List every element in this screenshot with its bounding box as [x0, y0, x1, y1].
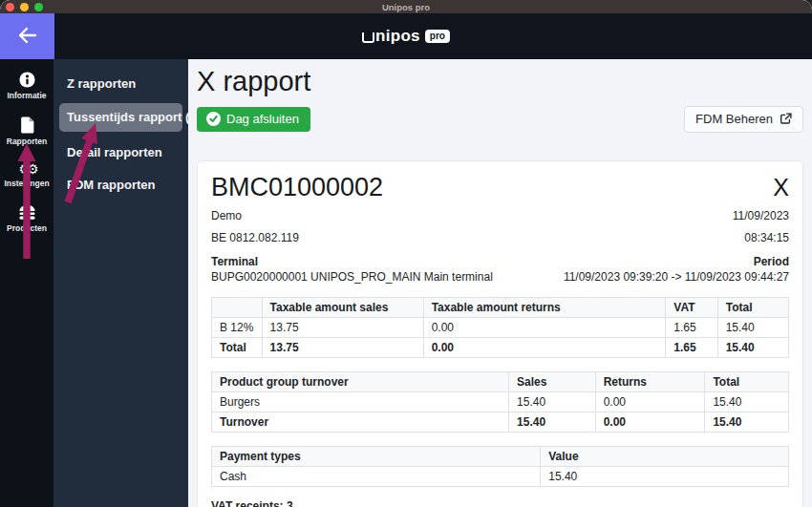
vat-number: BE 0812.082.119 — [211, 231, 299, 244]
titlebar: Unipos pro — [0, 0, 812, 13]
table-cell: 15.40 — [705, 392, 789, 412]
table-cell: 15.40 — [509, 412, 596, 433]
rail-item-rapporten[interactable]: Rapporten — [0, 116, 53, 146]
table-cell: 0.00 — [423, 318, 666, 338]
payment-table: Payment types Value Cash 15.40 — [211, 446, 789, 487]
table-header-cell: Product group turnover — [212, 372, 509, 392]
receipt-stats: VAT receipts: 3 Return receipts: 0 Line … — [211, 499, 789, 507]
table-row: Cash 15.40 — [212, 467, 789, 487]
table-header-cell: Value — [541, 447, 789, 467]
table-cell: B 12% — [212, 318, 263, 338]
report-type-symbol: X — [773, 174, 789, 201]
rail-item-informatie[interactable]: Informatie — [0, 72, 53, 100]
report-time: 08:34:15 — [744, 231, 789, 244]
report-id: BMC01000002 — [211, 173, 383, 202]
burger-icon — [17, 204, 37, 221]
rail-item-label: Informatie — [7, 91, 46, 100]
info-icon — [19, 72, 35, 88]
rail-item-label: Rapporten — [7, 137, 48, 146]
table-cell: Burgers — [212, 392, 509, 412]
table-header-cell: VAT — [666, 298, 717, 318]
table-header-cell: Returns — [595, 372, 705, 392]
table-cell: 15.40 — [717, 318, 788, 338]
rail-item-label: Producten — [7, 223, 47, 233]
turnover-table: Product group turnover Sales Returns Tot… — [211, 371, 789, 433]
document-icon — [20, 116, 34, 134]
reports-submenu: Z rapporten Tussentijds rapport (X) Deta… — [53, 59, 188, 507]
table-cell: 0.00 — [595, 392, 705, 412]
table-cell: 1.65 — [666, 338, 717, 358]
report-card: BMC01000002 X Demo 11/09/2023 BE 0812.08… — [197, 160, 803, 507]
period-label: Period — [754, 255, 789, 268]
arrow-left-icon — [17, 27, 38, 47]
table-header-cell: Taxable amount sales — [262, 298, 423, 318]
table-cell: 1.65 — [666, 318, 717, 338]
table-cell: 15.40 — [717, 338, 788, 358]
table-header-cell: Taxable amount returns — [423, 298, 666, 318]
external-link-icon — [780, 113, 792, 125]
submenu-item-tussentijds-rapport[interactable]: Tussentijds rapport (X) — [59, 103, 182, 132]
main-content: X rapport Dag afsluiten FDM Beheren — [188, 59, 812, 507]
period-value: 11/09/2023 09:39:20 -> 11/09/2023 09:44:… — [564, 270, 789, 284]
stat-line: VAT receipts: 3 — [211, 499, 789, 507]
submenu-item-detail-rapporten[interactable]: Detail rapporten — [59, 139, 182, 166]
close-day-button[interactable]: Dag afsluiten — [197, 107, 310, 132]
submenu-item-z-rapporten[interactable]: Z rapporten — [59, 71, 182, 97]
table-cell: 15.40 — [509, 392, 596, 412]
gears-icon: ⚙⚙ — [18, 162, 34, 176]
table-cell: 0.00 — [595, 412, 705, 433]
app-logo: nipos pro — [0, 27, 812, 46]
table-cell: Cash — [212, 467, 541, 487]
page-title: X rapport — [197, 66, 803, 97]
back-button[interactable] — [0, 13, 54, 59]
table-header-cell: Sales — [509, 372, 596, 392]
company-name: Demo — [211, 209, 242, 222]
app-window: Unipos pro nipos pro Informatie — [0, 0, 812, 507]
submenu-item-fdm-rapporten[interactable]: FDM rapporten — [59, 172, 182, 199]
table-cell: 13.75 — [262, 338, 423, 358]
terminal-label: Terminal — [211, 255, 258, 268]
table-row: Burgers 15.40 0.00 15.40 — [212, 392, 789, 412]
table-cell: 0.00 — [423, 338, 666, 358]
table-cell: 15.40 — [541, 467, 789, 487]
report-date: 11/09/2023 — [733, 209, 789, 222]
table-cell: Total — [212, 338, 263, 358]
table-header-row: Payment types Value — [212, 447, 789, 467]
table-cell: 13.75 — [262, 318, 423, 338]
table-header-cell: Total — [705, 372, 789, 392]
table-total-row: Turnover 15.40 0.00 15.40 — [212, 412, 789, 433]
rail-item-producten[interactable]: Producten — [0, 204, 53, 233]
table-header-cell: Payment types — [212, 447, 541, 467]
fdm-beheren-button[interactable]: FDM Beheren — [684, 106, 803, 133]
rail-item-instellingen[interactable]: ⚙⚙ Instellingen — [0, 162, 53, 188]
close-day-label: Dag afsluiten — [226, 112, 299, 126]
table-header-row: Taxable amount sales Taxable amount retu… — [212, 298, 789, 318]
table-row: B 12% 13.75 0.00 1.65 15.40 — [212, 318, 789, 338]
logo-pro-badge: pro — [425, 30, 450, 43]
logo-u-glyph — [362, 32, 374, 43]
table-header-cell — [212, 298, 263, 318]
logo-text: nipos — [375, 27, 420, 46]
logo-wordmark: nipos — [362, 27, 420, 46]
table-total-row: Total 13.75 0.00 1.65 15.40 — [212, 338, 789, 358]
table-cell: 15.40 — [705, 412, 789, 433]
window-title: Unipos pro — [0, 2, 812, 12]
nav-rail: Informatie Rapporten ⚙⚙ Instellingen Pro… — [0, 59, 53, 507]
tax-table: Taxable amount sales Taxable amount retu… — [211, 297, 789, 358]
fdm-label: FDM Beheren — [695, 112, 773, 126]
rail-item-label: Instellingen — [4, 179, 49, 188]
table-header-cell: Total — [717, 298, 788, 318]
check-circle-icon — [206, 112, 221, 126]
table-cell: Turnover — [212, 412, 509, 433]
terminal-value: BUPG0020000001 UNIPOS_PRO_MAIN Main term… — [211, 270, 493, 284]
appbar: nipos pro — [0, 13, 812, 59]
table-header-row: Product group turnover Sales Returns Tot… — [212, 372, 789, 392]
